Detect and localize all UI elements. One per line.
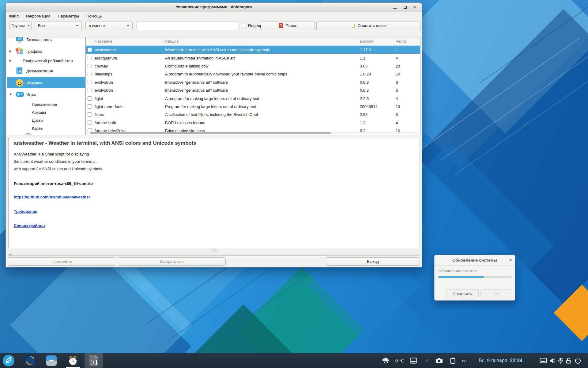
menu-options[interactable]: Параметры <box>58 14 79 18</box>
expander-right-icon[interactable] <box>9 50 11 52</box>
scrollbar-thumb[interactable] <box>90 132 331 134</box>
close-icon[interactable]: × <box>412 5 417 10</box>
search-button[interactable]: Поиск <box>261 21 315 30</box>
regexp-checkbox[interactable] <box>242 24 246 28</box>
menu-file[interactable]: Файл <box>9 14 19 18</box>
select-all-button[interactable]: Выбрать все <box>118 257 226 266</box>
expander-right-icon[interactable] <box>9 59 11 62</box>
window-titlebar[interactable]: Управление программами - dnfdragora × <box>6 3 422 12</box>
expander-down-icon[interactable] <box>9 94 12 95</box>
clipboard-tray-button[interactable] <box>450 358 455 364</box>
select-all-button-label: Выбрать все <box>160 259 183 264</box>
sidebar-item-games[interactable]: Игры <box>7 89 85 100</box>
groups-button[interactable]: Группы <box>9 21 32 30</box>
table-row[interactable]: ansiweather Weather in terminal, with AN… <box>86 46 420 54</box>
table-row[interactable]: fortune-bofh BOFH excuses fortune 1.2 4 <box>86 119 420 127</box>
sidebar-item-security[interactable]: Безопасность <box>7 37 85 45</box>
dnfdragora-task-button[interactable]: ! <box>86 355 101 367</box>
sidebar-item-label: Приключения <box>32 102 57 106</box>
search-input[interactable] <box>137 21 239 30</box>
horizontal-scrollbar[interactable] <box>86 132 419 134</box>
maximize-icon[interactable] <box>402 5 408 10</box>
taskbar-clock[interactable]: Вс, 9 января 22:24 <box>479 358 522 363</box>
clear-search-button[interactable]: Очистить поиск <box>316 21 420 30</box>
table-row[interactable]: figlet A program for making large letter… <box>86 94 420 102</box>
row-checkbox[interactable] <box>88 72 92 76</box>
row-checkbox[interactable] <box>88 56 92 60</box>
table-row[interactable]: asciiquarium An aquarium/sea animation i… <box>86 54 420 62</box>
show-desktop-icon <box>410 358 417 364</box>
alarm-clock-task-button[interactable] <box>66 355 80 367</box>
column-header-release[interactable]: Релиз <box>396 39 407 44</box>
terminal-task-button[interactable] <box>44 355 59 367</box>
column-header-version[interactable]: Версия <box>360 39 373 44</box>
lock-tray-button[interactable] <box>566 358 571 364</box>
cell-summary: Program for making large letters out of … <box>165 104 256 109</box>
power-tray-button[interactable] <box>575 357 581 364</box>
keyboard-layout-indicator[interactable]: en <box>462 358 467 363</box>
regexp-label: Regexp <box>248 23 262 28</box>
cell-version: 3.03 <box>360 63 368 68</box>
ok-button[interactable]: OK <box>481 289 512 298</box>
cell-version: 20040514 <box>360 104 378 109</box>
table-row[interactable]: figlet-more-fonts Program for making lar… <box>86 102 420 110</box>
column-header-summary[interactable]: Сводка <box>165 39 179 44</box>
package-table: Название Сводка Версия Релиз ansiweather… <box>85 37 420 135</box>
microphone-tray-button[interactable] <box>558 358 564 364</box>
menu-help[interactable]: Помощь <box>86 14 102 18</box>
row-checkbox[interactable] <box>88 64 92 68</box>
table-row[interactable]: evolvotron Interactive "generative art" … <box>86 78 420 86</box>
menu-information[interactable]: Информация <box>26 14 51 18</box>
scope-select[interactable]: в именах <box>85 21 133 30</box>
details-heading: ansiweather - Weather in terminal, with … <box>14 140 196 146</box>
table-row[interactable]: dailystrips A program to automatically d… <box>86 70 420 78</box>
filter-select[interactable]: Все <box>35 21 82 30</box>
cell-release: 10 <box>396 72 400 76</box>
column-header-name[interactable]: Название <box>95 39 112 44</box>
documentation-icon: R <box>15 67 23 75</box>
details-filelist-link[interactable]: Список файлов <box>14 223 45 228</box>
firefox-task-button[interactable] <box>23 355 37 367</box>
table-row[interactable]: evolvotron Interactive "generative art" … <box>86 86 420 94</box>
cell-summary: Interactive "generative art" software <box>165 88 228 93</box>
sidebar-item-cards[interactable]: Карты <box>7 124 85 132</box>
row-checkbox[interactable] <box>88 96 92 101</box>
sidebar-item-documentation[interactable]: R Документация <box>7 65 85 76</box>
table-row[interactable]: filters A collection of text filters, in… <box>86 110 420 118</box>
close-icon[interactable]: × <box>509 257 512 262</box>
camera-icon <box>435 358 443 363</box>
svg-text:R: R <box>18 69 21 74</box>
sidebar-item-graphics[interactable]: Графика <box>7 46 85 57</box>
row-checkbox[interactable] <box>88 104 92 109</box>
apply-button[interactable]: Применить <box>8 257 116 266</box>
row-checkbox[interactable] <box>88 48 92 52</box>
cancel-button[interactable]: Отменить <box>447 289 479 298</box>
inactive-tray-arrow-icon[interactable] <box>424 358 429 363</box>
sidebar-item-toys-selected[interactable]: Игрушки <box>7 77 85 88</box>
category-sidebar: Безопасность Графика Графический рабочий… <box>7 37 85 135</box>
cancel-button-label: Отменить <box>453 292 472 296</box>
details-homepage-link[interactable]: https://github.com/fcambus/ansiweather <box>14 195 90 199</box>
sidebar-item-arcade[interactable]: Аркады <box>7 108 85 116</box>
row-checkbox[interactable] <box>88 88 92 92</box>
display-tray-button[interactable] <box>540 358 547 364</box>
row-checkbox[interactable] <box>88 112 92 117</box>
chevron-down-icon <box>27 25 30 26</box>
row-checkbox[interactable] <box>88 121 92 125</box>
system-update-dialog: Обновление системы × Обновление пакетов … <box>434 255 515 301</box>
volume-tray-button[interactable] <box>549 358 556 364</box>
graphics-icon <box>15 47 24 55</box>
cell-release: 4 <box>396 56 398 60</box>
show-desktop-button[interactable] <box>410 358 417 364</box>
sidebar-item-adventure[interactable]: Приключения <box>7 100 85 108</box>
quit-button[interactable]: Выход <box>326 257 420 266</box>
minimize-icon[interactable] <box>392 5 398 10</box>
weather-indicator[interactable]: −0 °C <box>382 357 404 364</box>
table-row[interactable]: cowsay Configurable talking cow 3.03 23 <box>86 62 420 70</box>
screenshot-tray-button[interactable] <box>435 358 443 363</box>
details-requirements-link[interactable]: Требования <box>14 209 37 214</box>
row-checkbox[interactable] <box>88 80 92 84</box>
sidebar-item-graphical-desktop[interactable]: Графический рабочий стол <box>7 56 85 65</box>
sidebar-item-boards[interactable]: Доски <box>7 116 85 124</box>
rosa-menu-button[interactable] <box>1 355 16 367</box>
